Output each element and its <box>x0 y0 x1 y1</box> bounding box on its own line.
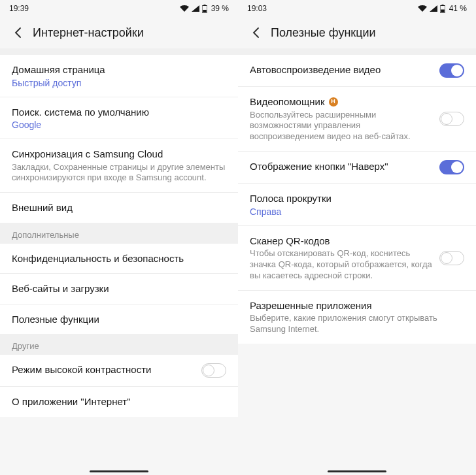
header: Полезные функции <box>238 17 476 48</box>
status-time: 19:03 <box>247 4 267 13</box>
item-scroll-top-button[interactable]: Отображение кнопки "Наверх" <box>238 152 476 184</box>
statusbar: 19:39 39 % <box>0 0 238 17</box>
item-title: Домашняя страница <box>12 63 226 76</box>
signal-icon <box>192 5 199 12</box>
battery-percent: 41 % <box>449 4 467 13</box>
status-time: 19:39 <box>9 4 29 13</box>
settings-group-other: Режим высокой контрастности О приложении… <box>0 355 238 417</box>
section-header-additional: Дополнительные <box>0 223 238 244</box>
item-title: Режим высокой контрастности <box>12 363 195 376</box>
new-badge-icon: Н <box>329 97 338 106</box>
item-video-assistant[interactable]: ВидеопомощникН Воспользуйтесь расширенны… <box>238 87 476 152</box>
item-value: Справа <box>250 206 464 217</box>
item-title: Автовоспроизведение видео <box>250 63 433 76</box>
back-button[interactable] <box>247 24 265 42</box>
nav-handle[interactable] <box>90 470 148 472</box>
navbar <box>0 465 238 475</box>
toggle-qr-scanner[interactable] <box>439 251 464 265</box>
item-title: Внешний вид <box>12 201 226 214</box>
screen-useful-features: 19:03 41 % Полезные функции Автовоспроиз… <box>238 0 476 475</box>
item-scrollbar[interactable]: Полоса прокрутки Справа <box>238 184 476 226</box>
status-icons: 41 % <box>418 4 467 13</box>
svg-rect-4 <box>441 5 443 6</box>
item-privacy[interactable]: Конфиденциальность и безопасность <box>0 244 238 274</box>
wifi-icon <box>180 5 189 12</box>
section-header-other: Другие <box>0 334 238 355</box>
battery-percent: 39 % <box>211 4 229 13</box>
settings-content: Домашняя страница Быстрый доступ Поиск. … <box>0 48 238 465</box>
toggle-video-assistant[interactable] <box>439 112 464 126</box>
settings-content: Автовоспроизведение видео ВидеопомощникН… <box>238 48 476 465</box>
item-value: Быстрый доступ <box>12 78 226 88</box>
item-value: Google <box>12 120 226 130</box>
settings-group-main: Автовоспроизведение видео ВидеопомощникН… <box>238 55 476 344</box>
item-title: Поиск. система по умолчанию <box>12 106 226 119</box>
settings-group-main: Домашняя страница Быстрый доступ Поиск. … <box>0 55 238 223</box>
item-title: Полезные функции <box>12 313 226 326</box>
item-sites-downloads[interactable]: Веб-сайты и загрузки <box>0 274 238 304</box>
status-icons: 39 % <box>180 4 229 13</box>
page-title: Интернет-настройки <box>33 26 144 40</box>
settings-group-additional: Конфиденциальность и безопасность Веб-са… <box>0 244 238 335</box>
toggle-high-contrast[interactable] <box>201 363 226 378</box>
item-title: ВидеопомощникН <box>250 95 433 108</box>
item-title: Синхронизация с Samsung Cloud <box>12 148 226 161</box>
item-about[interactable]: О приложении "Интернет" <box>0 387 238 417</box>
spacer <box>0 48 238 55</box>
item-samsung-cloud[interactable]: Синхронизация с Samsung Cloud Закладки, … <box>0 139 238 193</box>
item-subtitle: Воспользуйтесь расширенными возможностям… <box>250 110 433 143</box>
item-subtitle: Выберите, какие приложения смогут открыв… <box>250 313 464 335</box>
statusbar: 19:03 41 % <box>238 0 476 17</box>
navbar <box>238 465 476 475</box>
svg-rect-5 <box>441 9 445 12</box>
back-button[interactable] <box>9 24 27 42</box>
item-useful-features[interactable]: Полезные функции <box>0 304 238 335</box>
spacer <box>238 48 476 55</box>
wifi-icon <box>418 5 427 12</box>
svg-rect-1 <box>203 5 205 6</box>
screen-internet-settings: 19:39 39 % Интернет-настройки Домашняя с… <box>0 0 238 475</box>
item-title: Веб-сайты и загрузки <box>12 282 226 295</box>
item-title: Сканер QR-кодов <box>250 235 433 248</box>
battery-icon <box>202 5 207 13</box>
item-allowed-apps[interactable]: Разрешенные приложения Выберите, какие п… <box>238 291 476 344</box>
item-qr-scanner[interactable]: Сканер QR-кодов Чтобы отсканировать QR-к… <box>238 226 476 291</box>
toggle-autoplay[interactable] <box>439 63 464 78</box>
item-subtitle: Закладки, Сохраненные страницы и другие … <box>12 162 226 184</box>
header: Интернет-настройки <box>0 17 238 48</box>
signal-icon <box>430 5 437 12</box>
item-subtitle: Чтобы отсканировать QR-код, коснитесь зн… <box>250 248 433 282</box>
toggle-scroll-top[interactable] <box>439 160 464 174</box>
item-title: О приложении "Интернет" <box>12 395 226 408</box>
item-title: Отображение кнопки "Наверх" <box>250 160 433 173</box>
svg-rect-2 <box>203 10 207 12</box>
item-high-contrast[interactable]: Режим высокой контрастности <box>0 355 238 387</box>
item-title: Конфиденциальность и безопасность <box>12 252 226 265</box>
nav-handle[interactable] <box>328 470 386 472</box>
item-title: Полоса прокрутки <box>250 192 464 205</box>
page-title: Полезные функции <box>271 26 376 40</box>
item-homepage[interactable]: Домашняя страница Быстрый доступ <box>0 55 238 97</box>
item-search-engine[interactable]: Поиск. система по умолчанию Google <box>0 97 238 140</box>
item-autoplay-video[interactable]: Автовоспроизведение видео <box>238 55 476 87</box>
battery-icon <box>440 5 445 13</box>
item-title: Разрешенные приложения <box>250 299 464 312</box>
item-appearance[interactable]: Внешний вид <box>0 193 238 223</box>
